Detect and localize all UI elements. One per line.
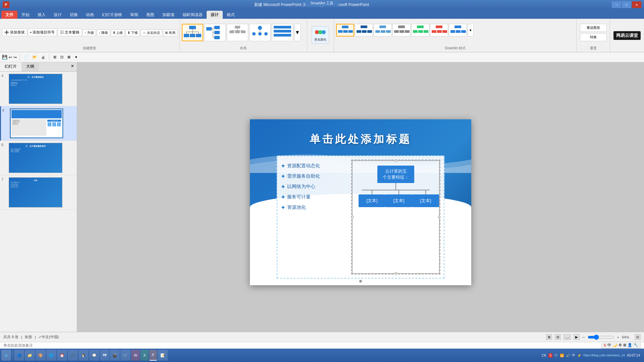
taskbar-app-excel[interactable]: X [141,350,148,361]
tab-design[interactable]: 设计 [50,11,66,19]
taskbar-app-paint[interactable]: 🎨 [36,350,46,361]
layout-button[interactable]: ⊞ 布局 [163,29,177,36]
list-item[interactable]: 5 • 资源配置动态化 • 需求服务自助化 • 以网络为中心 • 服务可计量 [0,106,77,141]
volume-tray[interactable]: 🔊 [566,354,570,357]
taskbar-app-qq[interactable]: 🐧 [78,350,89,361]
network-tray[interactable]: 📶 [560,354,564,357]
taskbar-app-folder[interactable]: 📁 [25,350,35,361]
smartart-style-2[interactable] [355,24,373,37]
smartart-box-3[interactable]: [文本] [412,194,439,207]
panel-tab-outline[interactable]: 大纲 [21,62,39,71]
open-btn[interactable]: 📂 [31,54,39,60]
move-up-button[interactable]: ⬆ 上移 [111,29,125,36]
zoom-in-btn[interactable]: + [617,335,619,339]
slide-title-area[interactable]: 单击此处添加标题 [253,126,468,153]
handle-left[interactable] [352,216,354,218]
minimize-button[interactable]: ─ [612,1,621,8]
smartart-style-7[interactable] [449,24,467,37]
layout-org-3[interactable] [249,24,271,41]
rtl-button[interactable]: ↔ 从右向左 [141,29,162,36]
tab-smartart-format[interactable]: 格式 [223,11,239,19]
layout-more-dropdown[interactable]: ▼ [294,24,301,41]
new-btn[interactable]: 📄 [22,54,30,60]
ime-setting[interactable]: ⚙ [619,343,622,347]
ime-indicator[interactable]: 中 [607,343,611,348]
smartart-style-6[interactable] [430,24,448,37]
align-btn[interactable]: ⊠ [66,54,72,60]
ime-tray[interactable]: 中 [572,353,575,358]
customize-btn[interactable]: ▼ [73,55,79,60]
fit-window-btn[interactable]: ⊡ [635,334,641,340]
tab-transitions[interactable]: 切换 [66,11,82,19]
antivirus-tray[interactable]: 🛡 [554,354,558,357]
print-btn[interactable]: 🖨 [40,55,46,60]
tab-view[interactable]: 视图 [142,11,158,19]
tab-home[interactable]: 开始 [17,11,34,19]
close-button[interactable]: ✕ [632,1,641,8]
notes-placeholder[interactable]: 单击此处添加备注 [3,343,33,348]
tab-slideshow[interactable]: 幻灯片放映 [98,11,126,19]
tab-file[interactable]: 文件 [1,11,17,19]
save-quick[interactable]: 💾 [2,55,7,60]
move-down-button[interactable]: ⬇ 下移 [125,29,140,36]
maximize-button[interactable]: □ [622,1,631,8]
taskbar-app-map[interactable]: 🗺 [100,350,109,361]
zoom-slider[interactable] [588,335,614,339]
handle-top[interactable] [395,160,397,162]
list-item[interactable]: 4 三、云计算的特点 云计算的主要特点包括以下几个方面... 资源配置动态化 需… [0,72,77,106]
tab-animations[interactable]: 动画 [82,11,98,19]
handle-right[interactable] [438,216,440,218]
convert-button[interactable]: 转换 [580,33,607,41]
taskbar-app-store[interactable]: 🛒 [120,350,130,361]
redo-btn[interactable]: ↪ [13,55,17,60]
layout-org-1[interactable] [182,24,203,41]
taskbar-app-browser[interactable]: 🌐 [46,350,56,361]
smartart-style-dropdown[interactable]: ▼ [468,24,474,37]
tab-insert[interactable]: 插入 [34,11,50,19]
promote-button[interactable]: ↑ 升级 [83,29,96,36]
tab-review[interactable]: 审阅 [126,11,142,19]
layout-org-2[interactable] [204,24,226,41]
snap-btn[interactable]: ⊡ [59,54,65,60]
smartart-box-1[interactable]: [文本] [359,194,385,207]
smartart-style-3[interactable] [374,24,392,37]
smartart-style-1[interactable] [336,24,354,37]
tab-smartart-design[interactable]: 设计 [207,11,223,19]
taskbar-app-notepad[interactable]: 📝 [158,350,168,361]
slide-title[interactable]: 单击此处添加标题 [310,132,412,147]
layout-org-4[interactable] [272,24,293,41]
taskbar-app-clock[interactable]: ⏰ [57,350,67,361]
handle-bottom[interactable] [395,272,397,274]
taskbar-app-video[interactable]: 🎬 [110,350,120,361]
change-colors-button[interactable]: 更改颜色 [312,26,329,44]
zoom-out-btn[interactable]: ─ [582,335,585,339]
smartart-box-2[interactable]: [文本] [385,194,412,207]
smartart-style-4[interactable] [392,24,411,37]
view-slideshow[interactable]: ▶ [574,334,580,340]
ime-icon3[interactable]: 🔧 [634,343,638,347]
taskbar-app-media[interactable]: 🎵 [68,350,78,361]
panel-close-button[interactable]: ✕ [68,62,77,71]
taskbar-app-ppt[interactable]: P [149,350,157,361]
list-item[interactable]: 7 内容 PaaS: Platform as a... 云平台服务包括... 开… [0,175,77,210]
view-normal[interactable]: ⊞ [546,334,552,340]
tab-addins[interactable]: 加载项 [158,11,178,19]
start-button[interactable]: ⊞ [1,350,11,361]
taskbar-app-wechat[interactable]: 💬 [89,350,99,361]
ime-icon1[interactable]: ⊞ [623,343,626,347]
smartart-box[interactable]: 云计算的五个主要特征： [文本] [351,160,440,275]
taskbar-app-word[interactable]: W [131,350,140,361]
panel-tab-slides[interactable]: 幻灯片 [0,62,21,71]
view-slide-sorter[interactable]: ⊟ [555,334,561,340]
smartart-top-box[interactable]: 云计算的五个主要特征： [377,166,414,183]
taskbar-app-ie[interactable]: 🔵 [14,350,24,361]
undo-btn[interactable]: ↩ [9,55,12,60]
list-item[interactable]: 6 三、云计算的服务形式 IaaS - 基础设施即服务 PaaS - 平台即服务… [0,141,77,175]
sogou-tray[interactable]: S [548,353,553,358]
reset-shape-button[interactable]: 重设图形 [580,24,607,32]
smartart-style-5[interactable] [411,24,429,37]
ime-icon2[interactable]: 👤 [628,343,632,347]
demote-button[interactable]: ↓ 降级 [97,29,110,36]
slide-content-box[interactable]: ✦ 资源配置动态化 ✦ 需求服务自助化 ✦ 以网络为中心 ✦ 服务可计量 [277,156,444,279]
add-bullet-button[interactable]: • 添加项目符号 [28,28,57,36]
